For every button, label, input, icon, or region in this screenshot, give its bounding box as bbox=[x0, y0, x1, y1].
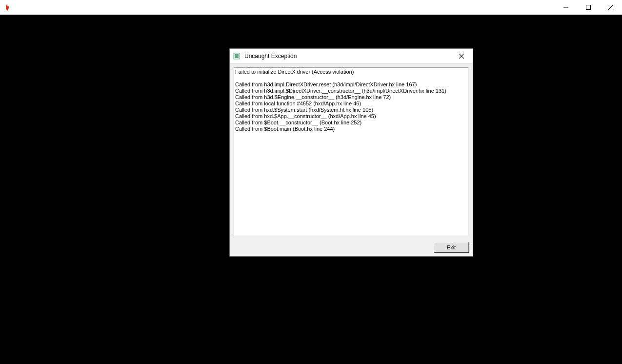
dialog-title: Uncaught Exception bbox=[244, 53, 297, 60]
exit-button[interactable]: Exit bbox=[434, 242, 469, 252]
dialog-body: Failed to initialize DirectX driver (Acc… bbox=[230, 63, 473, 240]
dialog-app-icon bbox=[233, 52, 241, 60]
svg-rect-2 bbox=[235, 54, 239, 58]
exception-text-area[interactable]: Failed to initialize DirectX driver (Acc… bbox=[234, 67, 469, 236]
main-titlebar[interactable] bbox=[0, 0, 622, 15]
dialog-titlebar[interactable]: Uncaught Exception bbox=[230, 49, 473, 63]
svg-rect-0 bbox=[586, 5, 591, 10]
maximize-button[interactable] bbox=[577, 0, 600, 15]
minimize-button[interactable] bbox=[555, 0, 577, 15]
close-button[interactable] bbox=[600, 0, 622, 15]
dialog-close-button[interactable] bbox=[450, 49, 473, 63]
dialog-footer: Exit bbox=[230, 240, 473, 256]
exception-dialog: Uncaught Exception Failed to initialize … bbox=[229, 48, 473, 257]
app-icon bbox=[0, 0, 15, 15]
